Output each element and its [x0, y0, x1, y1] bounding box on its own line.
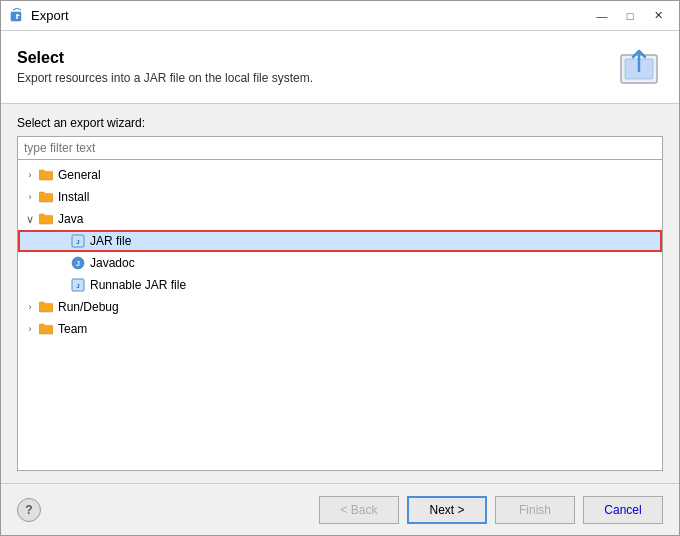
- tree-item-jar-file[interactable]: J JAR file: [18, 230, 662, 252]
- finish-button[interactable]: Finish: [495, 496, 575, 524]
- folder-icon-general: [38, 167, 54, 183]
- cancel-button[interactable]: Cancel: [583, 496, 663, 524]
- toggle-javadoc: [54, 255, 70, 271]
- label-run-debug: Run/Debug: [58, 300, 119, 314]
- folder-icon-team: [38, 321, 54, 337]
- folder-icon-java: [38, 211, 54, 227]
- main-content: Select an export wizard: › General ›: [1, 104, 679, 483]
- header-title: Select: [17, 49, 615, 67]
- wizard-label: Select an export wizard:: [17, 116, 663, 130]
- close-button[interactable]: ✕: [645, 6, 671, 26]
- toggle-general[interactable]: ›: [22, 167, 38, 183]
- tree-item-runnable-jar[interactable]: J Runnable JAR file: [18, 274, 662, 296]
- folder-icon-install: [38, 189, 54, 205]
- jar-icon: J: [70, 233, 86, 249]
- label-team: Team: [58, 322, 87, 336]
- export-icon: [615, 43, 663, 91]
- svg-text:J: J: [76, 239, 79, 245]
- export-window: Export — □ ✕ Select Export resources int…: [0, 0, 680, 536]
- label-java: Java: [58, 212, 83, 226]
- toggle-team[interactable]: ›: [22, 321, 38, 337]
- tree-item-javadoc[interactable]: J Javadoc: [18, 252, 662, 274]
- footer-buttons: < Back Next > Finish Cancel: [319, 496, 663, 524]
- label-general: General: [58, 168, 101, 182]
- maximize-button[interactable]: □: [617, 6, 643, 26]
- svg-rect-0: [11, 12, 21, 21]
- tree-item-install[interactable]: › Install: [18, 186, 662, 208]
- tree-item-run-debug[interactable]: › Run/Debug: [18, 296, 662, 318]
- window-icon: [9, 8, 25, 24]
- back-button[interactable]: < Back: [319, 496, 399, 524]
- minimize-button[interactable]: —: [589, 6, 615, 26]
- toggle-jar-file: [54, 233, 70, 249]
- toggle-java[interactable]: ∨: [22, 211, 38, 227]
- next-button[interactable]: Next >: [407, 496, 487, 524]
- javadoc-icon: J: [70, 255, 86, 271]
- footer-section: ? < Back Next > Finish Cancel: [1, 483, 679, 535]
- label-javadoc: Javadoc: [90, 256, 135, 270]
- header-section: Select Export resources into a JAR file …: [1, 31, 679, 104]
- help-button[interactable]: ?: [17, 498, 41, 522]
- filter-input[interactable]: [17, 136, 663, 160]
- toggle-install[interactable]: ›: [22, 189, 38, 205]
- svg-text:J: J: [76, 283, 79, 289]
- toggle-run-debug[interactable]: ›: [22, 299, 38, 315]
- footer-left: ?: [17, 498, 41, 522]
- window-title: Export: [31, 8, 589, 23]
- header-subtitle: Export resources into a JAR file on the …: [17, 71, 615, 85]
- window-controls: — □ ✕: [589, 6, 671, 26]
- label-jar-file: JAR file: [90, 234, 131, 248]
- title-bar: Export — □ ✕: [1, 1, 679, 31]
- tree-item-java[interactable]: ∨ Java: [18, 208, 662, 230]
- runnable-jar-icon: J: [70, 277, 86, 293]
- header-text: Select Export resources into a JAR file …: [17, 49, 615, 85]
- svg-text:J: J: [76, 260, 80, 267]
- tree-item-general[interactable]: › General: [18, 164, 662, 186]
- label-install: Install: [58, 190, 89, 204]
- label-runnable-jar: Runnable JAR file: [90, 278, 186, 292]
- tree-container[interactable]: › General › Install: [17, 160, 663, 471]
- toggle-runnable-jar: [54, 277, 70, 293]
- folder-icon-run-debug: [38, 299, 54, 315]
- tree-item-team[interactable]: › Team: [18, 318, 662, 340]
